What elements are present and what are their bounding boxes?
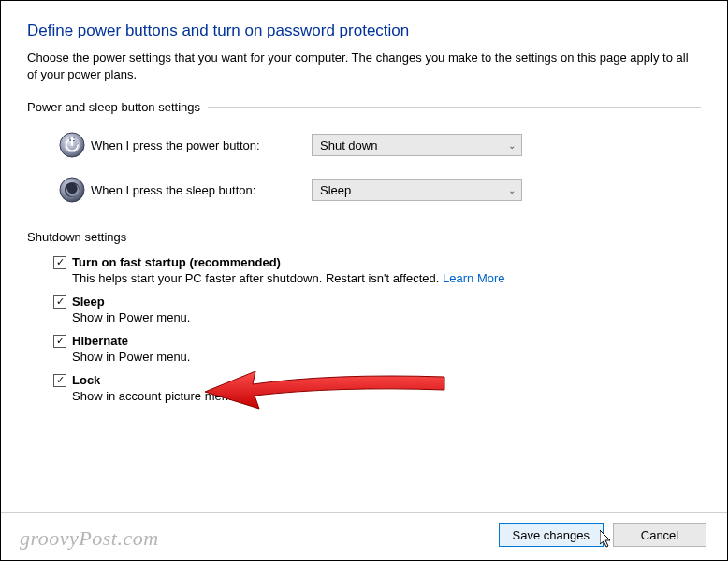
dropdown-sleep-value: Sleep	[320, 183, 351, 197]
section-power-sleep: Power and sleep button settings	[27, 100, 701, 114]
page-description: Choose the power settings that you want …	[27, 50, 701, 83]
checkbox-title-sleep: Sleep	[72, 295, 105, 309]
checkbox-hibernate[interactable]: ✓	[53, 335, 66, 348]
checkbox-title-lock: Lock	[72, 373, 100, 387]
checkbox-lock[interactable]: ✓	[53, 374, 66, 387]
page-title: Define power buttons and turn on passwor…	[27, 22, 701, 40]
chevron-down-icon: ⌄	[508, 185, 516, 195]
checkbox-title-fast-startup: Turn on fast startup (recommended)	[72, 255, 281, 269]
checkbox-item-sleep: ✓ Sleep Show in Power menu.	[53, 295, 701, 324]
dropdown-sleep-button[interactable]: Sleep ⌄	[312, 179, 522, 201]
power-icon	[58, 131, 86, 159]
label-power-button: When I press the power button:	[91, 138, 312, 152]
section-label-power-sleep: Power and sleep button settings	[27, 100, 200, 114]
checkbox-title-hibernate: Hibernate	[72, 334, 128, 348]
setting-row-sleep: When I press the sleep button: Sleep ⌄	[53, 174, 701, 206]
watermark: groovyPost.com	[20, 526, 159, 551]
divider	[134, 237, 701, 237]
checkbox-sleep[interactable]: ✓	[53, 295, 66, 309]
save-changes-button[interactable]: Save changes	[499, 523, 604, 547]
cancel-button[interactable]: Cancel	[613, 523, 706, 547]
label-sleep-button: When I press the sleep button:	[91, 183, 312, 197]
checkbox-desc-hibernate: Show in Power menu.	[72, 350, 701, 364]
checkbox-fast-startup[interactable]: ✓	[53, 256, 66, 269]
dropdown-power-value: Shut down	[320, 138, 377, 152]
chevron-down-icon: ⌄	[508, 140, 516, 151]
learn-more-link[interactable]: Learn More	[443, 271, 504, 285]
dropdown-power-button[interactable]: Shut down ⌄	[312, 134, 522, 156]
divider	[208, 107, 701, 108]
sleep-icon	[58, 176, 86, 204]
checkbox-item-hibernate: ✓ Hibernate Show in Power menu.	[53, 334, 701, 364]
checkbox-item-lock: ✓ Lock Show in account picture menu.	[53, 373, 701, 403]
checkbox-desc-fast-startup: This helps start your PC faster after sh…	[72, 271, 701, 285]
checkbox-desc-lock: Show in account picture menu.	[72, 389, 701, 403]
section-label-shutdown: Shutdown settings	[27, 230, 126, 244]
checkbox-desc-sleep: Show in Power menu.	[72, 310, 701, 324]
checkbox-item-fast-startup: ✓ Turn on fast startup (recommended) Thi…	[53, 255, 701, 285]
section-shutdown: Shutdown settings	[27, 230, 701, 244]
setting-row-power: When I press the power button: Shut down…	[53, 129, 701, 161]
